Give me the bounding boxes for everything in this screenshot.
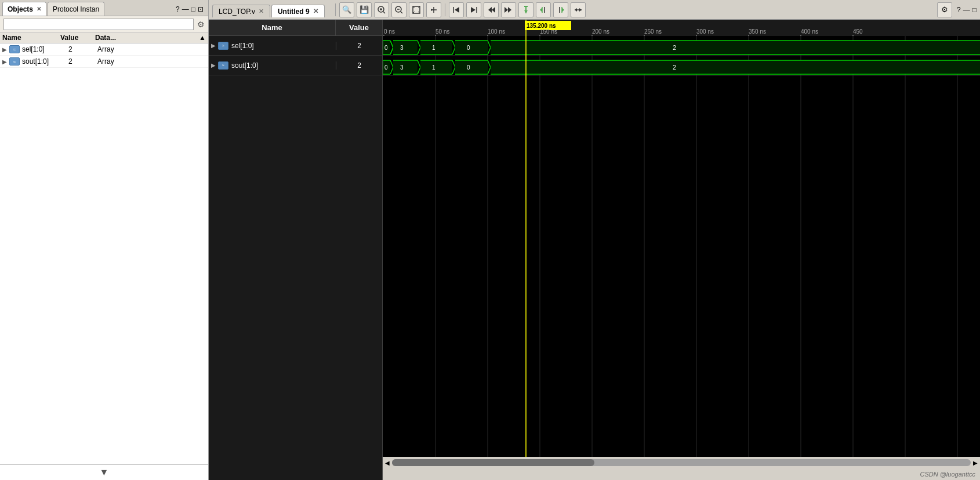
- expand-arrow-sout[interactable]: ▶: [2, 59, 9, 65]
- tab-lcd-top[interactable]: LCD_TOP.v ✕: [212, 5, 270, 17]
- svg-text:400 ns: 400 ns: [801, 28, 818, 35]
- signal-data-sout: Array: [97, 57, 206, 66]
- sig-name-sel: sel[1:0]: [230, 42, 336, 50]
- waveform-container: Name Value ▶ ≈ sel[1:0] 2 ▶ ≈: [209, 20, 980, 480]
- waveform-signal-sout[interactable]: ▶ ≈ sout[1:0] 2: [209, 56, 382, 75]
- svg-rect-89: [491, 60, 980, 74]
- tab-untitled-close[interactable]: ✕: [313, 8, 318, 15]
- scroll-down-icon[interactable]: ▼: [0, 464, 208, 480]
- search-button[interactable]: 🔍: [339, 2, 354, 17]
- last-button[interactable]: [466, 2, 481, 17]
- svg-text:3: 3: [400, 64, 404, 71]
- search-input[interactable]: [3, 19, 194, 30]
- svg-marker-83: [393, 60, 418, 74]
- sig-icon-sel: ≈: [218, 42, 228, 50]
- help-icon[interactable]: ?: [176, 5, 180, 13]
- horizontal-scrollbar[interactable]: ◀ ▶: [383, 457, 980, 468]
- maximize-icon[interactable]: □: [191, 5, 195, 13]
- tab-objects-close[interactable]: ✕: [37, 6, 41, 12]
- scroll-left-arrow[interactable]: ◀: [385, 460, 390, 466]
- signal-value-sel: 2: [68, 45, 97, 53]
- scroll-track[interactable]: [392, 459, 971, 466]
- toolbar-sep-1: [335, 3, 336, 16]
- svg-text:300 ns: 300 ns: [696, 28, 714, 35]
- add-marker-button[interactable]: [518, 2, 533, 17]
- scroll-right-arrow[interactable]: ▶: [973, 460, 978, 466]
- signal-rows: ▶ ≈ sel[1:0] 2 ▶ ≈ sout[1:0] 2: [209, 36, 382, 480]
- svg-marker-34: [579, 8, 582, 12]
- right-help-icon[interactable]: ?: [957, 6, 961, 14]
- fit-button[interactable]: [409, 2, 424, 17]
- signal-name-header: Name: [209, 20, 336, 35]
- svg-marker-21: [504, 7, 508, 13]
- right-min-icon[interactable]: —: [963, 6, 970, 14]
- signal-name-sout: sout[1:0]: [22, 57, 68, 66]
- save-button[interactable]: 💾: [357, 2, 372, 17]
- right-toolbar: LCD_TOP.v ✕ Untitled 9 ✕ 🔍 💾: [209, 0, 980, 20]
- gear-icon[interactable]: ⚙: [197, 20, 205, 29]
- col-data-header: Data...: [95, 34, 199, 42]
- next-edge-button[interactable]: [501, 2, 516, 17]
- svg-text:100 ns: 100 ns: [488, 28, 505, 35]
- waveform-signal-sel[interactable]: ▶ ≈ sel[1:0] 2: [209, 36, 382, 56]
- watermark: CSDN @luoganttcc: [920, 471, 975, 478]
- zoom-in-button[interactable]: [374, 2, 389, 17]
- svg-text:0 ns: 0 ns: [384, 28, 395, 35]
- list-item[interactable]: ▶ ≈ sel[1:0] 2 Array: [0, 43, 208, 56]
- scroll-up-icon[interactable]: ▲: [199, 34, 206, 42]
- tab-lcd-label: LCD_TOP.v: [219, 8, 255, 16]
- svg-text:0: 0: [467, 64, 470, 71]
- sig-expand-sout[interactable]: ▶: [209, 62, 218, 68]
- sig-value-sel: 2: [336, 42, 382, 50]
- tab-objects-label: Objects: [8, 5, 33, 13]
- svg-text:200 ns: 200 ns: [592, 28, 609, 35]
- sig-expand-sel[interactable]: ▶: [209, 42, 218, 49]
- svg-text:350 ns: 350 ns: [749, 28, 766, 35]
- snap-button[interactable]: [426, 2, 441, 17]
- svg-marker-19: [492, 7, 495, 13]
- svg-marker-87: [455, 60, 488, 74]
- first-button[interactable]: [449, 2, 464, 17]
- left-tab-bar: Objects ✕ Protocol Instan ? — □ ⊡: [0, 0, 208, 16]
- prev-edge-button[interactable]: [484, 2, 499, 17]
- stretch-button[interactable]: [571, 2, 586, 17]
- svg-text:2: 2: [673, 64, 676, 71]
- prev-marker-button[interactable]: [536, 2, 551, 17]
- col-value-header: Value: [60, 34, 95, 42]
- svg-marker-25: [524, 10, 528, 13]
- signal-name-sel: sel[1:0]: [22, 45, 68, 53]
- svg-marker-22: [508, 7, 511, 13]
- signal-list-header: Name Value: [209, 20, 382, 36]
- tab-lcd-close[interactable]: ✕: [259, 8, 264, 15]
- svg-text:1: 1: [432, 45, 435, 51]
- expand-arrow-sel[interactable]: ▶: [2, 46, 9, 53]
- right-panel: LCD_TOP.v ✕ Untitled 9 ✕ 🔍 💾: [209, 0, 980, 480]
- right-max-icon[interactable]: □: [972, 6, 977, 14]
- svg-text:450: 450: [853, 28, 863, 35]
- tab-untitled9[interactable]: Untitled 9 ✕: [271, 5, 325, 17]
- signal-icon-sel: ≈: [9, 45, 20, 53]
- sig-value-sout: 2: [336, 61, 382, 70]
- minimize-icon[interactable]: —: [182, 5, 189, 13]
- svg-marker-20: [488, 7, 492, 13]
- next-marker-button[interactable]: [553, 2, 568, 17]
- svg-marker-85: [420, 60, 452, 74]
- tab-objects[interactable]: Objects ✕: [2, 2, 46, 16]
- svg-marker-76: [455, 41, 488, 54]
- svg-text:1: 1: [432, 64, 435, 71]
- svg-marker-16: [455, 7, 459, 13]
- svg-text:3: 3: [400, 45, 404, 51]
- svg-text:50 ns: 50 ns: [435, 28, 449, 35]
- detach-icon[interactable]: ⊡: [198, 5, 204, 13]
- svg-text:2: 2: [673, 44, 676, 51]
- zoom-out-button[interactable]: [391, 2, 406, 17]
- tab-protocol-label: Protocol Instan: [53, 5, 99, 13]
- right-gear-icon[interactable]: ⚙: [937, 2, 952, 17]
- tab-protocol[interactable]: Protocol Instan: [48, 2, 104, 16]
- list-item[interactable]: ▶ ≈ sout[1:0] 2 Array: [0, 56, 208, 68]
- svg-text:0: 0: [467, 45, 470, 51]
- svg-text:150 ns: 150 ns: [540, 28, 557, 35]
- sig-name-sout: sout[1:0]: [230, 61, 336, 70]
- scroll-thumb[interactable]: [392, 459, 594, 466]
- objects-table-body: ▶ ≈ sel[1:0] 2 Array ▶ ≈ sout[1:0] 2 Arr…: [0, 43, 208, 464]
